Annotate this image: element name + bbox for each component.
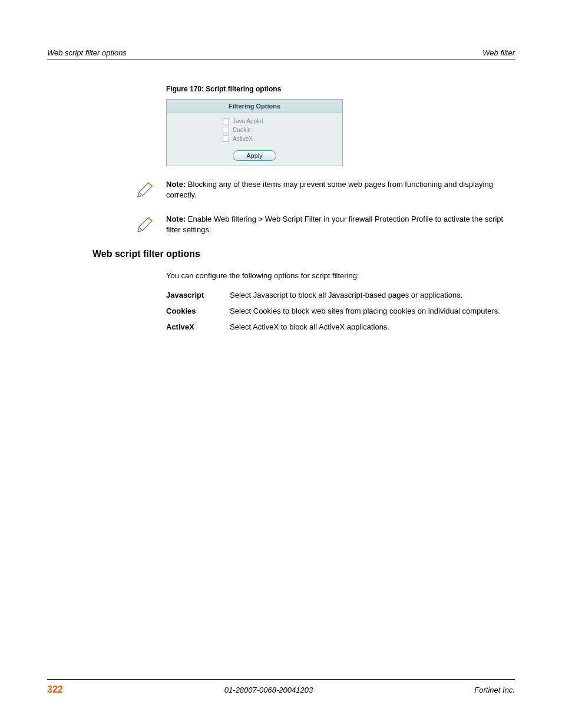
page-number: 322 <box>47 684 63 695</box>
checkbox-row: Cookie <box>223 126 342 134</box>
checkbox-row: Java Applet <box>223 117 342 126</box>
apply-button[interactable]: Apply <box>233 150 276 161</box>
note-body: Enable Web filtering > Web Script Filter… <box>166 215 503 234</box>
checkbox-label: Cookie <box>233 127 251 133</box>
option-term: Cookies <box>166 307 230 317</box>
screenshot-title: Filtering Options <box>167 100 342 113</box>
page-footer: 322 01-28007-0068-20041203 Fortinet Inc. <box>47 679 515 695</box>
note-label: Note: <box>166 180 186 189</box>
screenshot-body: Java Applet Cookie ActiveX <box>167 113 342 148</box>
option-definition: Select Cookies to block web sites from p… <box>230 307 515 317</box>
section-heading: Web script filter options <box>92 249 515 259</box>
checkbox-icon[interactable] <box>223 136 229 142</box>
checkbox-label: Java Applet <box>233 118 263 124</box>
note-label: Note: <box>166 215 186 223</box>
header-right: Web filter <box>482 48 515 57</box>
note-pencil-icon <box>137 179 156 198</box>
doc-id: 01-28007-0068-20041203 <box>224 686 313 694</box>
checkbox-icon[interactable] <box>223 118 229 124</box>
note-block: Note: Enable Web filtering > Web Script … <box>137 214 515 235</box>
section-intro: You can configure the following options … <box>166 271 515 280</box>
checkbox-icon[interactable] <box>223 127 229 133</box>
option-row: Javascript Select Javascript to block al… <box>166 291 515 301</box>
option-row: Cookies Select Cookies to block web site… <box>166 307 515 317</box>
company-name: Fortinet Inc. <box>474 686 515 694</box>
checkbox-label: ActiveX <box>233 136 253 142</box>
screenshot-panel: Filtering Options Java Applet Cookie Act… <box>166 99 343 166</box>
note-body: Blocking any of these items may prevent … <box>166 180 493 199</box>
option-definition: Select Javascript to block all Javascrip… <box>230 291 515 301</box>
running-header: Web script filter options Web filter <box>47 48 515 60</box>
note-text: Note: Blocking any of these items may pr… <box>166 179 515 200</box>
option-definition: Select ActiveX to block all ActiveX appl… <box>230 322 515 332</box>
option-row: ActiveX Select ActiveX to block all Acti… <box>166 322 515 332</box>
figure-caption: Figure 170: Script filtering options <box>166 85 515 93</box>
note-text: Note: Enable Web filtering > Web Script … <box>166 214 515 235</box>
header-left: Web script filter options <box>47 48 127 57</box>
screenshot-footer: Apply <box>167 148 342 166</box>
checkbox-row: ActiveX <box>223 134 342 143</box>
option-term: Javascript <box>166 291 230 301</box>
note-pencil-icon <box>137 214 156 233</box>
option-term: ActiveX <box>166 322 230 332</box>
note-block: Note: Blocking any of these items may pr… <box>137 179 515 200</box>
